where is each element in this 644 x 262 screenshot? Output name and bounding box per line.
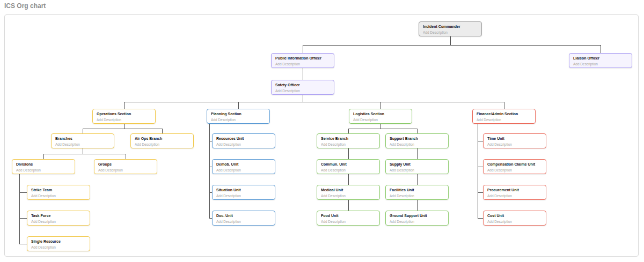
add-description[interactable]: Add Description xyxy=(55,142,110,147)
connector-line xyxy=(124,102,125,109)
connector-line xyxy=(303,45,303,53)
node-commun-unit[interactable]: Commun. UnitAdd Description xyxy=(317,159,380,174)
node-facilities-unit[interactable]: Facilities UnitAdd Description xyxy=(385,185,449,200)
node-planning-section[interactable]: Planning SectionAdd Description xyxy=(207,109,270,124)
node-safety-officer[interactable]: Safety OfficerAdd Description xyxy=(271,80,334,95)
connector-line xyxy=(348,129,349,133)
connector-line xyxy=(19,218,27,219)
add-description[interactable]: Add Description xyxy=(321,219,376,224)
node-label: Food Unit xyxy=(321,213,376,218)
connector-line xyxy=(504,102,504,109)
add-description[interactable]: Add Description xyxy=(487,168,542,173)
connector-line xyxy=(126,154,126,159)
node-label: Resources Unit xyxy=(216,136,271,141)
node-label: Divisions xyxy=(16,162,71,167)
add-description[interactable]: Add Description xyxy=(487,219,542,224)
add-description[interactable]: Add Description xyxy=(477,117,531,122)
node-finance-admin-section[interactable]: Finance/Admin SectionAdd Description xyxy=(472,109,536,124)
connector-line xyxy=(43,154,126,154)
node-doc-unit[interactable]: Doc. UnitAdd Description xyxy=(212,211,275,226)
add-description[interactable]: Add Description xyxy=(216,142,271,147)
node-single-resource[interactable]: Single ResourceAdd Description xyxy=(27,236,90,251)
node-time-unit[interactable]: Time UnitAdd Description xyxy=(483,133,546,148)
add-description[interactable]: Add Description xyxy=(353,117,408,122)
connector-line xyxy=(348,200,349,211)
node-branches[interactable]: BranchesAdd Description xyxy=(51,133,114,148)
add-description[interactable]: Add Description xyxy=(573,62,628,66)
add-description[interactable]: Add Description xyxy=(98,168,153,173)
add-description[interactable]: Add Description xyxy=(390,193,444,198)
connector-line xyxy=(417,174,418,185)
connector-line xyxy=(124,102,504,102)
node-procurement-unit[interactable]: Procurement UnitAdd Description xyxy=(483,185,546,200)
node-incident-commander[interactable]: Incident CommanderAdd Description xyxy=(419,21,482,36)
add-description[interactable]: Add Description xyxy=(390,168,444,173)
node-label: Single Resource xyxy=(31,239,86,244)
connector-line xyxy=(19,192,27,193)
add-description[interactable]: Add Description xyxy=(487,142,542,147)
connector-line xyxy=(417,129,418,133)
add-description[interactable]: Add Description xyxy=(16,168,71,173)
connector-line xyxy=(19,174,20,244)
add-description[interactable]: Add Description xyxy=(216,219,271,224)
node-supply-unit[interactable]: Supply UnitAdd Description xyxy=(385,159,449,174)
node-service-branch[interactable]: Service BranchAdd Description xyxy=(317,133,380,148)
node-label: Air Ops Branch xyxy=(135,136,189,141)
node-operations-section[interactable]: Operations SectionAdd Description xyxy=(92,109,156,124)
node-cost-unit[interactable]: Cost UnitAdd Description xyxy=(483,211,546,226)
node-liaison-officer[interactable]: Liaison OfficerAdd Description xyxy=(569,53,632,68)
node-label: Time Unit xyxy=(487,136,542,141)
connector-line xyxy=(209,124,210,218)
connector-line xyxy=(303,45,601,46)
node-demob-unit[interactable]: Demob. UnitAdd Description xyxy=(212,159,275,174)
node-label: Strike Team xyxy=(31,188,86,192)
node-air-ops-branch[interactable]: Air Ops BranchAdd Description xyxy=(130,133,194,148)
node-situation-unit[interactable]: Situation UnitAdd Description xyxy=(212,185,275,200)
add-description[interactable]: Add Description xyxy=(216,168,271,173)
add-description[interactable]: Add Description xyxy=(97,117,151,122)
add-description[interactable]: Add Description xyxy=(390,219,444,224)
add-description[interactable]: Add Description xyxy=(423,30,478,35)
node-label: Support Branch xyxy=(390,136,444,141)
node-label: Doc. Unit xyxy=(216,213,271,218)
add-description[interactable]: Add Description xyxy=(321,142,376,147)
node-logistics-section[interactable]: Logistics SectionAdd Description xyxy=(349,109,412,124)
add-description[interactable]: Add Description xyxy=(275,88,330,93)
add-description[interactable]: Add Description xyxy=(31,219,86,224)
node-label: Ground Support Unit xyxy=(390,213,444,218)
node-label: Situation Unit xyxy=(216,188,271,192)
add-description[interactable]: Add Description xyxy=(321,193,376,198)
node-food-unit[interactable]: Food UnitAdd Description xyxy=(317,211,380,226)
node-label: Compensation Claims Unit xyxy=(487,162,542,167)
add-description[interactable]: Add Description xyxy=(211,117,266,122)
connector-line xyxy=(450,36,451,45)
node-label: Groups xyxy=(98,162,153,167)
node-groups[interactable]: GroupsAdd Description xyxy=(94,159,157,174)
node-medical-unit[interactable]: Medical UnitAdd Description xyxy=(317,185,380,200)
connector-line xyxy=(83,129,83,133)
node-task-force[interactable]: Task ForceAdd Description xyxy=(27,211,90,226)
connector-line xyxy=(380,102,381,109)
node-label: Commun. Unit xyxy=(321,162,376,167)
node-public-information-officer[interactable]: Public Information OfficerAdd Descriptio… xyxy=(271,53,334,68)
node-compensation-claims-unit[interactable]: Compensation Claims UnitAdd Description xyxy=(483,159,546,174)
node-strike-team[interactable]: Strike TeamAdd Description xyxy=(27,185,90,200)
connector-line xyxy=(303,68,303,80)
node-divisions[interactable]: DivisionsAdd Description xyxy=(12,159,75,174)
add-description[interactable]: Add Description xyxy=(275,62,330,66)
node-ground-support-unit[interactable]: Ground Support UnitAdd Description xyxy=(385,211,449,226)
connector-line xyxy=(380,124,381,129)
add-description[interactable]: Add Description xyxy=(31,193,86,198)
node-label: Medical Unit xyxy=(321,188,376,192)
add-description[interactable]: Add Description xyxy=(31,245,86,250)
connector-line xyxy=(83,129,163,129)
node-resources-unit[interactable]: Resources UnitAdd Description xyxy=(212,133,275,148)
add-description[interactable]: Add Description xyxy=(487,193,542,198)
add-description[interactable]: Add Description xyxy=(135,142,189,147)
add-description[interactable]: Add Description xyxy=(390,142,444,147)
node-label: Task Force xyxy=(31,213,86,218)
add-description[interactable]: Add Description xyxy=(321,168,376,173)
add-description[interactable]: Add Description xyxy=(216,193,271,198)
node-support-branch[interactable]: Support BranchAdd Description xyxy=(385,133,449,148)
node-label: Demob. Unit xyxy=(216,162,271,167)
